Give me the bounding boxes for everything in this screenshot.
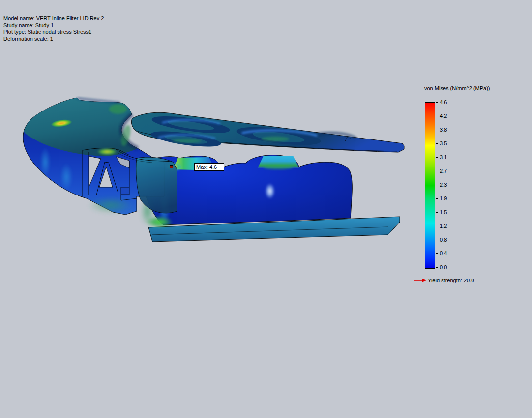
tick-mark bbox=[436, 102, 438, 103]
yield-strength-row: Yield strength: 20.0 bbox=[414, 278, 474, 283]
tick-mark bbox=[436, 171, 438, 171]
tick-label: 2.7 bbox=[440, 168, 447, 174]
legend-color-bar bbox=[425, 102, 435, 269]
legend-title: von Mises (N/mm^2 (MPa)) bbox=[424, 85, 490, 91]
tick-mark bbox=[436, 157, 438, 158]
tick-mark bbox=[436, 116, 438, 116]
max-annotation[interactable]: Max: 4.6 bbox=[194, 163, 224, 171]
yield-strength-arrow-icon bbox=[414, 278, 426, 283]
tick-mark bbox=[436, 185, 438, 185]
tick-mark bbox=[436, 130, 438, 130]
tick-mark bbox=[436, 226, 438, 226]
viewport: Model name: VERT Inline Filter LID Rev 2… bbox=[0, 0, 532, 418]
tick-mark bbox=[436, 253, 438, 254]
tick-label: 0.0 bbox=[440, 264, 447, 271]
tick-mark bbox=[436, 198, 438, 199]
tick-label: 4.6 bbox=[440, 99, 447, 106]
model-name-line: Model name: VERT Inline Filter LID Rev 2 bbox=[3, 15, 104, 22]
model-3d-view[interactable] bbox=[0, 0, 532, 418]
yield-strength-label: Yield strength: 20.0 bbox=[428, 278, 474, 283]
tick-label: 1.5 bbox=[440, 209, 447, 216]
tick-label: 1.9 bbox=[440, 195, 447, 202]
tick-label: 3.8 bbox=[440, 127, 447, 133]
deformation-scale-line: Deformation scale: 1 bbox=[3, 35, 104, 42]
tick-mark bbox=[436, 143, 438, 144]
tick-label: 3.5 bbox=[440, 140, 447, 147]
model-top-plate bbox=[131, 112, 404, 152]
tick-mark bbox=[436, 267, 438, 268]
legend-ticks: 4.6 4.2 3.8 3.5 3.1 2.7 2.3 1.9 1.5 1.2 … bbox=[436, 99, 447, 271]
tick-label: 0.8 bbox=[440, 237, 447, 243]
tick-mark bbox=[436, 240, 438, 240]
tick-label: 1.2 bbox=[440, 223, 447, 229]
tick-label: 2.3 bbox=[440, 182, 447, 188]
tick-label: 3.1 bbox=[440, 154, 447, 161]
tick-label: 0.4 bbox=[440, 251, 447, 257]
tick-label: 4.2 bbox=[440, 113, 447, 119]
max-leader-line bbox=[173, 167, 195, 167]
tick-mark bbox=[436, 212, 438, 213]
plot-type-line: Plot type: Static nodal stress Stress1 bbox=[3, 28, 104, 35]
plot-info-block: Model name: VERT Inline Filter LID Rev 2… bbox=[3, 15, 104, 42]
study-name-line: Study name: Study 1 bbox=[3, 22, 104, 28]
